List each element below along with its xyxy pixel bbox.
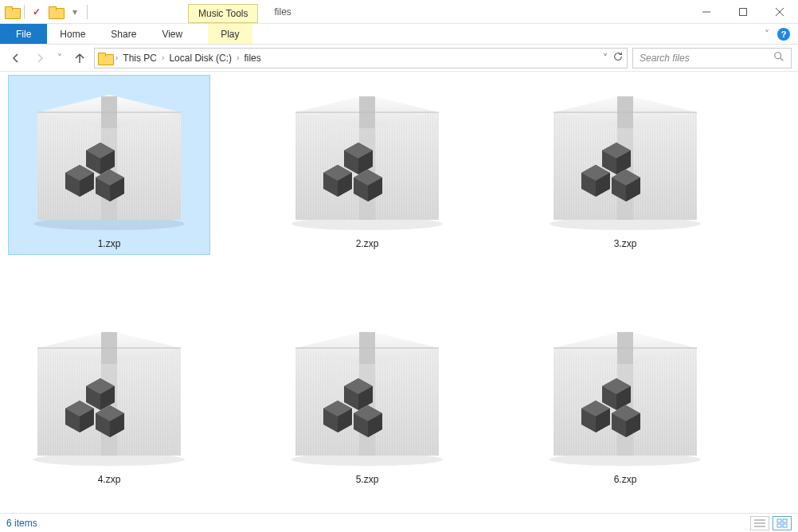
breadcrumb-local-disk[interactable]: Local Disk (C:) xyxy=(167,53,233,64)
svg-rect-1 xyxy=(740,8,747,15)
tab-share[interactable]: Share xyxy=(98,24,149,44)
search-input[interactable] xyxy=(640,53,773,64)
svg-rect-119 xyxy=(777,524,781,527)
chevron-right-icon[interactable]: › xyxy=(162,53,164,62)
details-view-button[interactable] xyxy=(750,516,769,530)
new-folder-icon[interactable] xyxy=(47,3,65,21)
svg-rect-120 xyxy=(783,524,787,527)
search-icon[interactable] xyxy=(773,51,784,65)
svg-line-5 xyxy=(780,58,784,61)
file-item[interactable]: 3.zxp xyxy=(524,75,726,255)
file-name: 2.zxp xyxy=(356,238,379,249)
window-controls xyxy=(688,0,798,23)
breadcrumb-files[interactable]: files xyxy=(242,53,262,64)
back-button[interactable] xyxy=(6,49,25,68)
tab-home[interactable]: Home xyxy=(47,24,98,44)
help-icon[interactable]: ? xyxy=(777,28,790,41)
recent-dropdown-icon[interactable]: ˅ xyxy=(54,49,65,68)
item-count: 6 items xyxy=(6,518,37,529)
up-button[interactable] xyxy=(70,49,89,68)
separator xyxy=(87,5,88,19)
search-box[interactable] xyxy=(632,48,792,68)
view-switcher xyxy=(750,516,792,530)
package-icon xyxy=(538,316,713,467)
file-item[interactable]: 5.zxp xyxy=(266,311,468,491)
package-icon xyxy=(22,80,197,232)
file-item[interactable]: 1.zxp xyxy=(8,75,210,255)
package-icon xyxy=(280,316,455,467)
address-bar[interactable]: › This PC › Local Disk (C:) › files ˅ xyxy=(94,48,628,68)
svg-rect-117 xyxy=(777,519,781,522)
breadcrumb-this-pc[interactable]: This PC xyxy=(121,53,158,64)
package-icon xyxy=(538,80,713,232)
package-icon xyxy=(22,316,197,467)
ribbon-tabs: File Home Share View Play ˅ ? xyxy=(0,24,798,45)
window-title: files xyxy=(274,6,291,18)
refresh-icon[interactable] xyxy=(612,51,624,65)
file-item[interactable]: 2.zxp xyxy=(266,75,468,255)
context-tab-music-tools[interactable]: Music Tools xyxy=(188,4,258,23)
tab-view[interactable]: View xyxy=(149,24,195,44)
address-right: ˅ xyxy=(603,51,624,65)
package-icon xyxy=(280,80,455,232)
svg-rect-118 xyxy=(783,519,787,522)
quick-access-toolbar: ✓ ▾ xyxy=(0,0,92,23)
properties-icon[interactable]: ✓ xyxy=(28,3,45,21)
context-tab-group: Music Tools xyxy=(188,0,258,23)
forward-button[interactable] xyxy=(30,49,49,68)
file-name: 4.zxp xyxy=(98,474,121,485)
address-folder-icon xyxy=(98,53,112,64)
navigation-bar: ˅ › This PC › Local Disk (C:) › files ˅ xyxy=(0,45,798,72)
tab-file[interactable]: File xyxy=(0,24,47,44)
address-dropdown-icon[interactable]: ˅ xyxy=(603,53,608,64)
qat-dropdown-icon[interactable]: ▾ xyxy=(66,3,84,21)
file-view[interactable]: 1.zxp 2.zxp xyxy=(0,72,798,513)
ribbon-collapse-icon[interactable]: ˅ xyxy=(765,29,769,40)
svg-point-4 xyxy=(775,53,781,59)
status-bar: 6 items xyxy=(0,513,798,532)
separator xyxy=(24,5,25,19)
file-name: 6.zxp xyxy=(614,474,637,485)
maximize-button[interactable] xyxy=(725,0,761,23)
title-bar: ✓ ▾ Music Tools files xyxy=(0,0,798,24)
chevron-right-icon[interactable]: › xyxy=(115,53,118,62)
ribbon-right: ˅ ? xyxy=(765,24,798,44)
tab-play[interactable]: Play xyxy=(208,24,252,44)
app-icon[interactable] xyxy=(3,3,21,21)
file-name: 1.zxp xyxy=(98,238,121,249)
file-item[interactable]: 6.zxp xyxy=(524,311,726,491)
file-name: 3.zxp xyxy=(614,238,637,249)
file-item[interactable]: 4.zxp xyxy=(8,311,210,491)
minimize-button[interactable] xyxy=(688,0,725,23)
close-button[interactable] xyxy=(761,0,798,23)
file-name: 5.zxp xyxy=(356,474,379,485)
thumbnails-view-button[interactable] xyxy=(773,516,792,530)
chevron-right-icon[interactable]: › xyxy=(237,53,239,62)
